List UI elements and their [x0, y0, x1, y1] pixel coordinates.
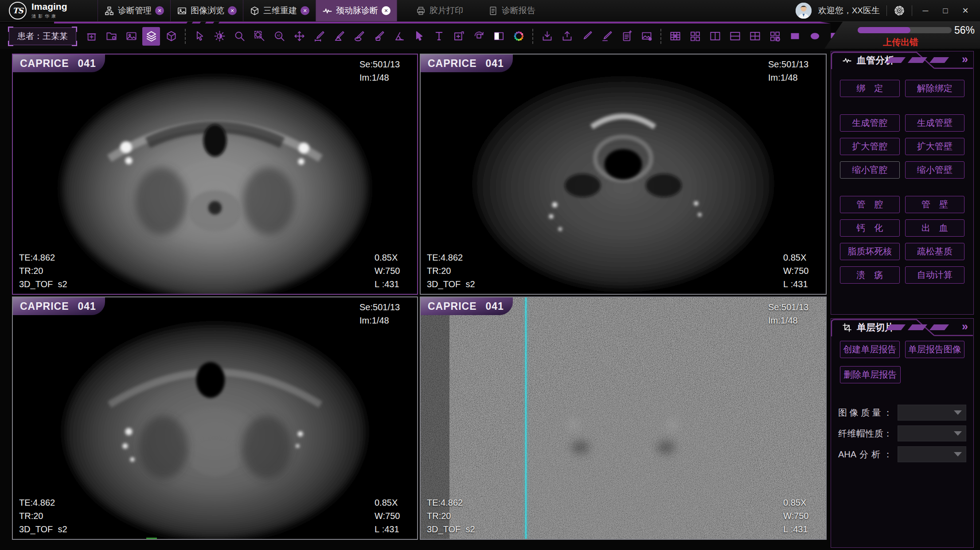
vessel-button-溃疡[interactable]: 溃 疡 [840, 266, 900, 284]
layout-close-button[interactable] [766, 27, 784, 46]
tab-close-icon[interactable]: ✕ [155, 6, 164, 15]
viewport-1[interactable]: CAPRICE041Se:501/13Im:1/48TE:4.862TR:203… [12, 54, 418, 295]
layout-hsplit-button[interactable] [726, 27, 744, 46]
minimize-button[interactable]: ─ [919, 6, 932, 16]
vessel-button-解除绑定[interactable]: 解除绑定 [905, 80, 965, 97]
tab-close-icon[interactable]: ✕ [382, 6, 390, 15]
banner-title: CAPRICE [428, 58, 477, 70]
series-info: Se:501/13Im:1/48 [768, 300, 820, 327]
tr-value: TR:20 [19, 509, 67, 523]
tab-诊断管理[interactable]: 诊断管理✕ [98, 0, 170, 21]
brush-button[interactable] [578, 27, 596, 46]
layout-vsplit-button[interactable] [706, 27, 724, 46]
mri-image [13, 297, 417, 539]
zoom-button[interactable] [230, 27, 248, 46]
gallery-button[interactable] [122, 27, 140, 46]
vessel-button-扩大管壁[interactable]: 扩大管壁 [905, 138, 965, 155]
shutter-ellipse-button[interactable] [806, 27, 824, 46]
vessel-button-脂质坏死核[interactable]: 脂质坏死核 [840, 243, 900, 260]
measure-line-button[interactable] [310, 27, 328, 46]
tab-三维重建[interactable]: 三维重建✕ [243, 0, 316, 21]
settings-button[interactable] [894, 5, 905, 16]
layers-button[interactable] [142, 27, 160, 46]
import-box-button[interactable] [82, 27, 100, 46]
patient-name-field[interactable]: 患者：王某某 [9, 27, 76, 45]
zoom-region-button[interactable] [250, 27, 268, 46]
brush-line-button[interactable] [598, 27, 616, 46]
series-info: Se:501/13Im:1/48 [359, 58, 411, 84]
tab-图像浏览[interactable]: 图像浏览✕ [170, 0, 243, 21]
download-button[interactable] [538, 27, 556, 46]
maximize-button[interactable]: □ [939, 6, 952, 16]
sequence-name: 3D_TOF s2 [427, 277, 475, 291]
mri-image [13, 55, 417, 294]
cursor-button[interactable] [191, 27, 208, 46]
slice-button-删除单层报告[interactable]: 删除单层报告 [840, 366, 901, 383]
layout-quad-button[interactable] [746, 27, 764, 46]
image-export-button[interactable] [638, 27, 656, 46]
vessel-button-生成管腔[interactable]: 生成管腔 [840, 114, 900, 132]
vessel-button-出血[interactable]: 出 血 [905, 219, 965, 237]
annotate-box-icon [453, 30, 465, 42]
vessel-button-钙化[interactable]: 钙 化 [840, 219, 900, 237]
vessel-button-疏松基质[interactable]: 疏松基质 [905, 243, 965, 260]
text-button[interactable] [430, 27, 448, 46]
zoom-2x-button[interactable]: x2 [270, 27, 288, 46]
dropdown-select[interactable] [898, 446, 966, 462]
close-button[interactable]: ✕ [959, 6, 972, 16]
tab-诊断报告: 诊断报告 [482, 0, 542, 21]
layout-grid-button[interactable] [686, 27, 704, 46]
brightness-button[interactable] [211, 27, 228, 46]
viewport-3[interactable]: CAPRICE041Se:501/13Im:1/48TE:4.862TR:203… [12, 296, 418, 540]
image-number: Im:1/48 [359, 314, 411, 327]
upload-error-text: 上传出错 [883, 36, 918, 48]
vessel-button-管壁[interactable]: 管 壁 [905, 196, 965, 213]
angle-button[interactable] [390, 27, 408, 46]
dropdown-row: 图像质量： [838, 405, 966, 421]
tr-value: TR:20 [427, 509, 475, 523]
tab-close-icon[interactable]: ✕ [228, 6, 237, 15]
pan-button[interactable] [290, 27, 308, 46]
layout-matrix-button[interactable] [666, 27, 684, 46]
button-row: 溃 疡自动计算 [840, 266, 964, 284]
localizer-line[interactable] [525, 297, 527, 539]
level-value: L :431 [783, 523, 817, 536]
vessel-button-自动计算[interactable]: 自动计算 [905, 266, 965, 284]
vessel-button-绑定[interactable]: 绑 定 [840, 80, 900, 97]
tab-label: 三维重建 [263, 5, 297, 16]
dropdown-select[interactable] [898, 405, 966, 421]
slice-button-创建单层报告[interactable]: 创建单层报告 [840, 341, 900, 358]
collapse-chevron-icon[interactable]: » [962, 53, 968, 66]
report-add-button[interactable] [618, 27, 636, 46]
vessel-button-缩小官腔[interactable]: 缩小官腔 [840, 161, 900, 179]
viewport-2[interactable]: CAPRICE041Se:501/13Im:1/48TE:4.862TR:203… [420, 54, 827, 295]
dropdown-select[interactable] [898, 425, 966, 441]
upload-button[interactable] [558, 27, 576, 46]
annotate-box-button[interactable] [450, 27, 468, 46]
cube-3d-button[interactable] [162, 27, 180, 46]
shutter-rect-button[interactable] [786, 27, 804, 46]
vessel-button-扩大管腔[interactable]: 扩大管腔 [840, 138, 900, 155]
collapse-chevron-icon[interactable]: » [962, 320, 968, 333]
vessel-button-管腔[interactable]: 管 腔 [840, 196, 900, 213]
invert-button[interactable] [490, 27, 508, 46]
brand-subtitle: 清影华康 [31, 13, 67, 20]
pointer-button[interactable] [410, 27, 428, 46]
display-info: 0.85XW:750L :431 [783, 251, 817, 291]
rotate-button[interactable] [470, 27, 488, 46]
folder-add-button[interactable] [102, 27, 120, 46]
slice-button-单层报告图像[interactable]: 单层报告图像 [905, 341, 965, 358]
mri-image [421, 297, 826, 539]
printer-icon [416, 6, 426, 16]
color-wheel-button[interactable] [510, 27, 527, 46]
measure-ellipse-button[interactable] [350, 27, 368, 46]
avatar[interactable] [796, 3, 812, 19]
measure-angle-button[interactable] [330, 27, 348, 46]
stripe-decoration [929, 57, 949, 63]
tab-close-icon[interactable]: ✕ [301, 6, 309, 15]
viewport-4[interactable]: CAPRICE041Se:501/13Im:1/48TE:4.862TR:203… [420, 296, 827, 540]
tab-颈动脉诊断[interactable]: 颈动脉诊断✕ [316, 0, 397, 21]
measure-polygon-button[interactable] [370, 27, 388, 46]
vessel-button-生成管壁[interactable]: 生成管壁 [905, 114, 965, 132]
vessel-button-缩小管壁[interactable]: 缩小管壁 [905, 161, 965, 179]
